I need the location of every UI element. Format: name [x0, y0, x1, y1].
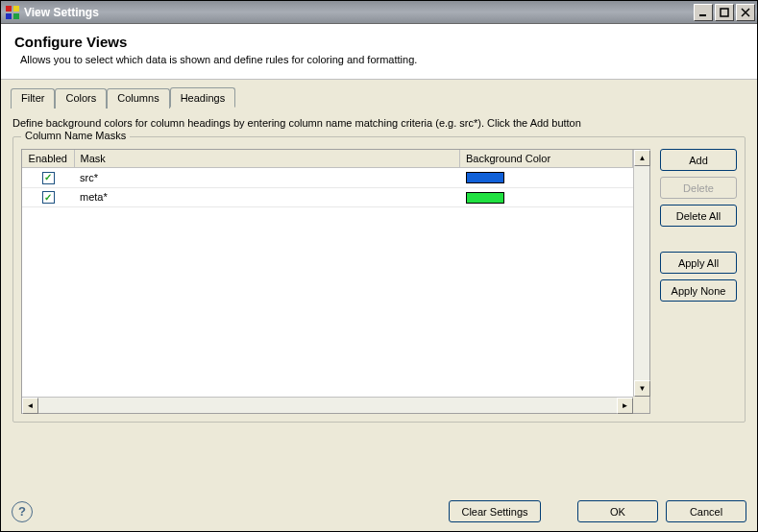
ok-button[interactable]: OK	[577, 500, 658, 522]
page-title: Configure Views	[14, 34, 744, 50]
scroll-down-icon[interactable]: ▼	[634, 380, 650, 397]
enabled-checkbox[interactable]	[42, 191, 55, 204]
table-header-row: Enabled Mask Background Color	[22, 150, 633, 168]
apply-none-button[interactable]: Apply None	[660, 279, 737, 302]
tab-bar: Filter Colors Columns Headings	[11, 87, 747, 108]
color-swatch[interactable]	[466, 172, 504, 183]
svg-rect-3	[13, 13, 19, 19]
enabled-checkbox[interactable]	[42, 172, 55, 184]
mask-cell[interactable]: src*	[74, 168, 460, 188]
mask-cell[interactable]: meta*	[74, 187, 460, 207]
scroll-left-icon[interactable]: ◄	[22, 398, 38, 414]
maximize-button[interactable]	[715, 4, 734, 21]
table-row[interactable]: src*	[22, 168, 633, 188]
page-description: Allows you to select which data is shown…	[20, 54, 744, 65]
col-header-enabled[interactable]: Enabled	[22, 150, 74, 168]
instruction-text: Define background colors for column head…	[12, 117, 746, 129]
app-icon	[5, 5, 20, 20]
tab-headings[interactable]: Headings	[170, 87, 235, 108]
minimize-button[interactable]	[694, 4, 713, 21]
col-header-mask[interactable]: Mask	[74, 150, 460, 168]
svg-rect-0	[6, 6, 12, 12]
window-controls	[694, 4, 755, 21]
scroll-right-icon[interactable]: ►	[617, 398, 633, 414]
tab-filter[interactable]: Filter	[11, 88, 55, 109]
delete-button: Delete	[660, 177, 737, 199]
svg-rect-1	[13, 6, 19, 12]
column-name-masks-group: Column Name Masks Enabled Mask Backgroun…	[12, 136, 746, 423]
close-button[interactable]	[736, 4, 755, 21]
svg-rect-2	[6, 13, 12, 19]
table-row[interactable]: meta*	[22, 187, 633, 207]
scroll-corner	[633, 397, 649, 413]
groupbox-label: Column Name Masks	[21, 130, 130, 141]
header-area: Configure Views Allows you to select whi…	[1, 24, 757, 80]
masks-table: Enabled Mask Background Color src* meta*	[21, 149, 650, 414]
bottom-bar: ? Clear Settings OK Cancel	[0, 491, 758, 532]
window-title: View Settings	[24, 6, 694, 19]
content-area: Filter Colors Columns Headings Define ba…	[1, 80, 757, 440]
tab-colors[interactable]: Colors	[55, 88, 107, 109]
clear-settings-button[interactable]: Clear Settings	[449, 500, 541, 522]
help-icon[interactable]: ?	[12, 501, 33, 522]
vertical-scrollbar[interactable]: ▲ ▼	[633, 150, 649, 397]
delete-all-button[interactable]: Delete All	[660, 205, 737, 227]
cancel-button[interactable]: Cancel	[666, 500, 746, 522]
add-button[interactable]: Add	[660, 149, 737, 171]
horizontal-scrollbar[interactable]: ◄ ►	[22, 397, 633, 413]
scroll-up-icon[interactable]: ▲	[634, 150, 650, 166]
titlebar: View Settings	[1, 1, 757, 24]
tab-columns[interactable]: Columns	[107, 88, 169, 109]
color-swatch[interactable]	[466, 192, 504, 204]
svg-rect-5	[721, 9, 728, 16]
apply-all-button[interactable]: Apply All	[660, 252, 737, 274]
col-header-bgcolor[interactable]: Background Color	[460, 150, 633, 168]
side-button-panel: Add Delete Delete All Apply All Apply No…	[660, 149, 737, 414]
